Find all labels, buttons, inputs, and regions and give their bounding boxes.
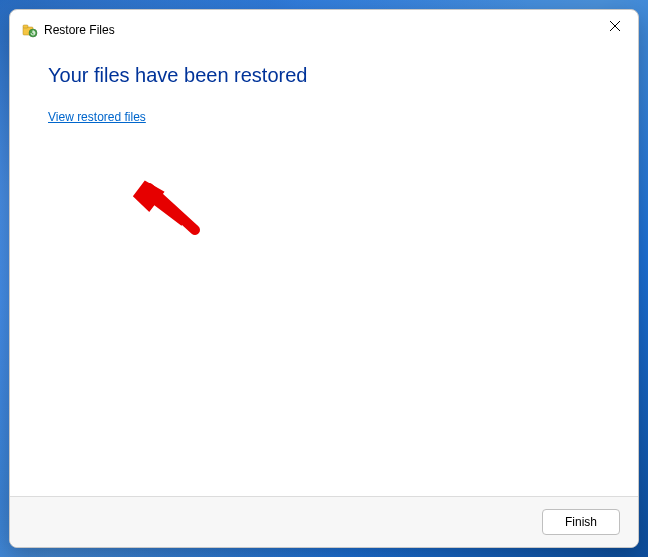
svg-marker-6 [131,175,187,231]
svg-rect-1 [23,25,28,28]
annotation-arrow [125,170,225,260]
svg-line-7 [149,188,195,230]
close-button[interactable] [592,10,638,42]
page-heading: Your files have been restored [48,64,600,87]
titlebar-title: Restore Files [44,23,115,37]
restore-files-dialog: Restore Files Your files have been resto… [9,9,639,548]
close-icon [610,21,620,31]
view-restored-files-link[interactable]: View restored files [48,110,146,124]
dialog-footer: Finish [10,496,638,547]
titlebar: Restore Files [10,10,638,50]
restore-files-icon [22,22,38,38]
finish-button[interactable]: Finish [542,509,620,535]
dialog-content: Your files have been restored View resto… [10,50,638,496]
